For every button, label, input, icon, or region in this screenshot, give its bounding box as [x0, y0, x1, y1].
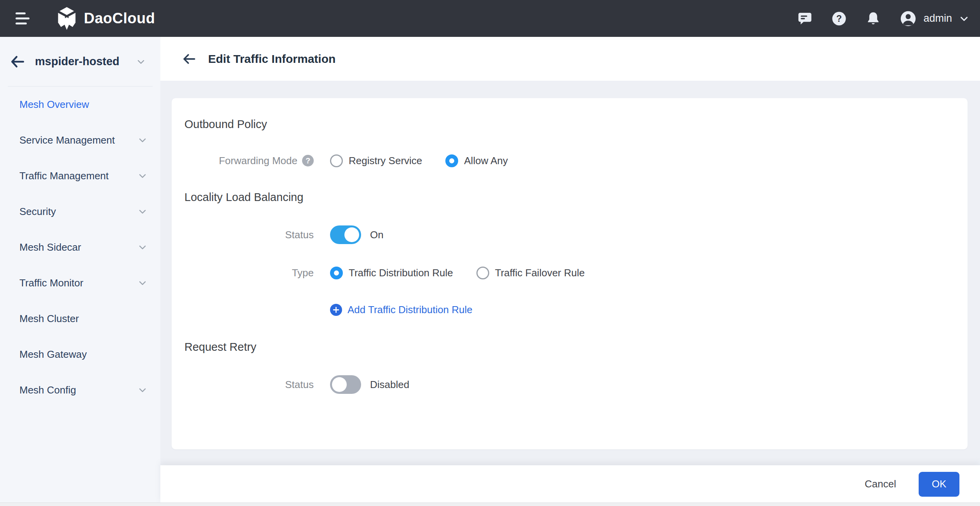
- sidebar-item-security[interactable]: Security: [0, 194, 160, 229]
- svg-text:?: ?: [836, 13, 842, 23]
- chevron-down-icon: [137, 135, 148, 146]
- add-traffic-distribution-rule-link[interactable]: Add Traffic Distribution Rule: [330, 304, 473, 316]
- sidebar-item-mesh-sidecar[interactable]: Mesh Sidecar: [0, 229, 160, 265]
- chevron-down-icon: [137, 385, 148, 395]
- notifications-bell-icon[interactable]: [865, 10, 881, 27]
- daocloud-logo-icon: [56, 7, 78, 30]
- retry-status-toggle[interactable]: [330, 375, 361, 394]
- radio-circle-icon: [330, 154, 343, 167]
- chevron-down-icon: [137, 206, 148, 217]
- chevron-down-icon: [137, 242, 148, 253]
- logo-text: DaoCloud: [84, 10, 155, 27]
- sidebar-item-mesh-overview[interactable]: Mesh Overview: [0, 87, 160, 122]
- radio-circle-icon: [330, 267, 343, 279]
- sidebar-item-mesh-gateway[interactable]: Mesh Gateway: [0, 336, 160, 372]
- radio-circle-icon: [445, 154, 458, 167]
- user-menu[interactable]: admin: [899, 10, 970, 28]
- sidebar: mspider-hosted Mesh Overview Service Man…: [0, 37, 160, 503]
- topbar: DaoCloud ?: [0, 0, 980, 37]
- outbound-policy-heading: Outbound Policy: [184, 116, 947, 132]
- sidebar-item-traffic-monitor[interactable]: Traffic Monitor: [0, 265, 160, 301]
- sidebar-item-mesh-cluster[interactable]: Mesh Cluster: [0, 301, 160, 336]
- forwarding-mode-help-icon[interactable]: ?: [302, 155, 314, 166]
- user-menu-chevron-down-icon: [958, 13, 970, 24]
- retry-status-value: Disabled: [370, 379, 409, 391]
- window-bottom-strip: [0, 503, 980, 506]
- llb-status-value: On: [370, 229, 384, 241]
- topbar-actions: ? admin: [797, 10, 980, 28]
- mesh-selector[interactable]: mspider-hosted: [0, 37, 160, 86]
- plus-circle-icon: [330, 304, 342, 316]
- radio-circle-icon: [476, 267, 489, 279]
- radio-traffic-distribution-rule[interactable]: Traffic Distribution Rule: [330, 267, 453, 279]
- traffic-form-card: Outbound Policy Forwarding Mode ? Regist…: [172, 98, 968, 449]
- help-icon[interactable]: ?: [831, 10, 847, 27]
- sidebar-item-traffic-management[interactable]: Traffic Management: [0, 158, 160, 194]
- sidebar-item-service-management[interactable]: Service Management: [0, 122, 160, 158]
- llb-type-row: Type Traffic Distribution Rule Traffic F…: [184, 265, 947, 281]
- daocloud-logo: DaoCloud: [56, 7, 155, 30]
- llb-status-label: Status: [285, 229, 314, 241]
- back-arrow-icon[interactable]: [10, 55, 25, 68]
- radio-traffic-failover-rule[interactable]: Traffic Failover Rule: [476, 267, 585, 279]
- llb-status-toggle[interactable]: [330, 225, 361, 244]
- cancel-button[interactable]: Cancel: [861, 478, 900, 490]
- add-rule-row: Add Traffic Distribution Rule: [184, 302, 947, 318]
- messages-icon[interactable]: [797, 10, 813, 27]
- radio-allow-any[interactable]: Allow Any: [445, 154, 508, 167]
- sidebar-item-mesh-config[interactable]: Mesh Config: [0, 372, 160, 408]
- user-name: admin: [923, 12, 952, 24]
- menu-hamburger-icon[interactable]: [16, 12, 30, 24]
- ok-button[interactable]: OK: [919, 472, 959, 497]
- toggle-knob: [344, 227, 359, 242]
- action-footer: Cancel OK: [160, 465, 980, 503]
- page-title: Edit Traffic Information: [208, 52, 335, 66]
- sidebar-menu: Mesh Overview Service Management Traffic…: [0, 87, 160, 408]
- chevron-down-icon: [137, 170, 148, 181]
- radio-registry-service[interactable]: Registry Service: [330, 154, 422, 167]
- llb-status-row: Status On: [184, 225, 947, 244]
- request-retry-heading: Request Retry: [184, 339, 947, 355]
- avatar: [899, 10, 917, 28]
- mesh-name: mspider-hosted: [35, 55, 120, 68]
- llb-type-label: Type: [292, 267, 314, 279]
- toggle-knob: [332, 377, 347, 392]
- retry-status-row: Status Disabled: [184, 375, 947, 394]
- page-header: Edit Traffic Information: [160, 37, 980, 81]
- locality-load-balancing-heading: Locality Load Balancing: [184, 189, 947, 205]
- forwarding-mode-label: Forwarding Mode: [219, 155, 297, 167]
- retry-status-label: Status: [285, 379, 314, 391]
- chevron-down-icon: [137, 277, 148, 288]
- forwarding-mode-row: Forwarding Mode ? Registry Service Allow…: [184, 152, 947, 169]
- mesh-selector-chevron-down-icon: [136, 56, 146, 67]
- page-back-arrow-icon[interactable]: [182, 53, 196, 65]
